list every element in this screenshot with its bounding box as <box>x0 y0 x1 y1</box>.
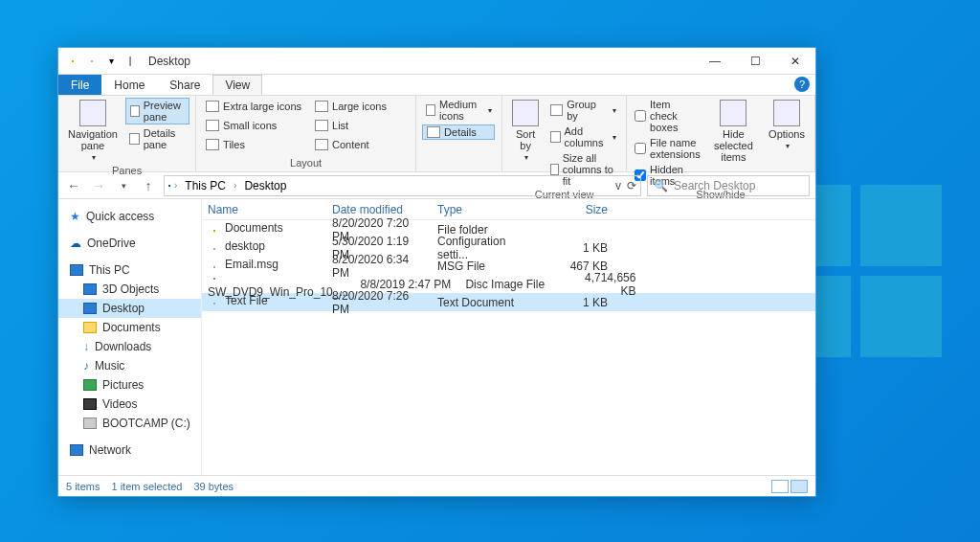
status-item-count: 5 items <box>66 481 100 492</box>
layout-large-icons[interactable]: Large icons <box>311 98 390 115</box>
address-bar: ← → ▾ ↑ › This PC › Desktop v ⟳ 🔍 Search… <box>58 172 815 199</box>
ribbon-group-layout: Extra large icons Large icons Small icon… <box>196 96 416 171</box>
star-icon: ★ <box>70 210 80 223</box>
disk-icon <box>83 418 97 429</box>
chevron-right-icon[interactable]: › <box>174 180 177 191</box>
preview-pane-button[interactable]: Preview pane <box>125 98 189 124</box>
file-size: 1 KB <box>537 296 613 309</box>
tab-view[interactable]: View <box>212 75 262 95</box>
layout-small-icons[interactable]: Small icons <box>202 117 305 134</box>
file-type: MSG File <box>432 260 537 273</box>
file-row[interactable]: Text File8/20/2020 7:26 PMText Document1… <box>202 293 815 311</box>
file-size: 1 KB <box>537 241 613 255</box>
search-input[interactable]: 🔍 Search Desktop <box>647 175 810 196</box>
sort-by-button[interactable]: Sort by▾ <box>508 98 543 164</box>
view-switch-large-icon[interactable] <box>791 480 808 493</box>
qat-btn[interactable] <box>83 53 100 70</box>
status-selected-count: 1 item selected <box>111 481 182 492</box>
layout-extra-large-icons[interactable]: Extra large icons <box>202 98 305 115</box>
file-size: 4,714,656 KB <box>565 271 641 298</box>
sidebar-item-3d-objects[interactable]: 3D Objects <box>58 280 201 299</box>
file-date: 8/20/2020 7:26 PM <box>326 289 432 316</box>
layout-tiles[interactable]: Tiles <box>202 136 305 153</box>
add-columns-button[interactable]: Add columns▾ <box>546 124 620 149</box>
file-name-extensions-checkbox[interactable]: File name extensions <box>633 136 702 161</box>
sidebar-item-desktop[interactable]: Desktop <box>58 299 201 318</box>
sidebar-item-onedrive[interactable]: ☁OneDrive <box>58 234 201 253</box>
3d-icon <box>83 283 97 295</box>
layout-medium-icons[interactable]: Medium icons▾ <box>422 98 496 123</box>
column-header-size[interactable]: Size <box>537 203 613 216</box>
breadcrumb-desktop[interactable]: Desktop <box>240 179 290 192</box>
desktop-icon <box>83 303 97 314</box>
sidebar-item-bootcamp[interactable]: BOOTCAMP (C:) <box>58 414 201 433</box>
sidebar-item-network[interactable]: Network <box>58 440 201 460</box>
tab-home[interactable]: Home <box>101 75 157 95</box>
hide-selected-items-button[interactable]: Hide selected items <box>706 98 761 165</box>
network-icon <box>70 444 83 456</box>
titlebar[interactable]: ▾ | Desktop — ☐ ✕ <box>58 48 815 75</box>
file-row[interactable]: SW_DVD9_Win_Pro_10_...8/8/2019 2:47 PMDi… <box>202 275 815 293</box>
group-by-button[interactable]: Group by▾ <box>546 98 620 123</box>
ribbon: Navigation pane▾ Preview pane Details pa… <box>58 96 815 172</box>
nav-recent-dropdown[interactable]: ▾ <box>114 176 133 195</box>
folder-icon <box>83 322 97 333</box>
column-headers: Name Date modified Type Size <box>202 199 815 220</box>
status-bar: 5 items 1 item selected 39 bytes <box>58 475 815 496</box>
status-bytes: 39 bytes <box>193 481 234 492</box>
view-switch-details-icon[interactable] <box>771 480 789 493</box>
column-header-type[interactable]: Type <box>432 203 537 216</box>
qat-divider: | <box>122 53 139 70</box>
layout-details[interactable]: Details <box>422 124 495 140</box>
file-icon <box>213 248 215 250</box>
tab-share[interactable]: Share <box>157 75 212 95</box>
close-button[interactable]: ✕ <box>775 48 815 75</box>
ribbon-group-show-hide: Item check boxes File name extensions Hi… <box>627 96 815 171</box>
sidebar-item-documents[interactable]: Documents <box>58 318 201 337</box>
file-row[interactable]: desktop5/30/2020 1:19 PMConfiguration se… <box>202 238 815 257</box>
details-pane-button[interactable]: Details pane <box>125 126 189 151</box>
file-name: Text File <box>225 294 268 307</box>
layout-content[interactable]: Content <box>311 136 390 153</box>
sidebar-item-quick-access[interactable]: ★Quick access <box>58 207 201 226</box>
tab-file[interactable]: File <box>58 75 101 95</box>
refresh-button[interactable]: ⟳ <box>627 179 636 192</box>
ribbon-group-panes: Navigation pane▾ Preview pane Details pa… <box>58 96 196 171</box>
quick-access-toolbar: ▾ | <box>64 53 139 70</box>
download-icon: ↓ <box>83 340 89 353</box>
file-explorer-window: ▾ | Desktop — ☐ ✕ File Home Share View ?… <box>57 47 816 497</box>
nav-back-button[interactable]: ← <box>64 176 83 195</box>
window-title: Desktop <box>148 55 190 68</box>
file-type: Text Document <box>432 296 537 309</box>
breadcrumb-this-pc[interactable]: This PC <box>181 179 230 192</box>
navigation-tree: ★Quick access ☁OneDrive This PC 3D Objec… <box>58 199 202 475</box>
sidebar-item-music[interactable]: ♪Music <box>58 356 201 375</box>
cloud-icon: ☁ <box>70 237 81 250</box>
address-field[interactable]: › This PC › Desktop v ⟳ <box>164 175 641 196</box>
sidebar-item-pictures[interactable]: Pictures <box>58 375 201 395</box>
nav-forward-button[interactable]: → <box>89 176 108 195</box>
layout-list[interactable]: List <box>311 117 390 134</box>
disk-icon <box>213 278 215 280</box>
column-header-date[interactable]: Date modified <box>326 203 432 216</box>
file-list: Name Date modified Type Size Documents8/… <box>202 199 815 475</box>
folder-icon[interactable] <box>64 53 81 70</box>
help-icon[interactable]: ? <box>794 77 810 92</box>
navigation-pane-button[interactable]: Navigation pane▾ <box>64 98 122 164</box>
sidebar-item-videos[interactable]: Videos <box>58 395 201 414</box>
file-type: Disc Image File <box>459 278 565 291</box>
options-button[interactable]: Options▾ <box>765 98 809 152</box>
maximize-button[interactable]: ☐ <box>735 48 775 75</box>
sidebar-item-downloads[interactable]: ↓Downloads <box>58 337 201 356</box>
column-header-name[interactable]: Name <box>202 203 326 216</box>
sidebar-item-this-pc[interactable]: This PC <box>58 260 201 280</box>
item-check-boxes-checkbox[interactable]: Item check boxes <box>633 98 702 134</box>
minimize-button[interactable]: — <box>695 48 735 75</box>
chevron-right-icon[interactable]: › <box>234 180 236 191</box>
qat-dropdown-icon[interactable]: ▾ <box>102 53 120 70</box>
nav-up-button[interactable]: ↑ <box>139 176 158 195</box>
address-dropdown-icon[interactable]: v <box>615 179 621 192</box>
ribbon-group-layout2: Medium icons▾ Details <box>416 96 502 171</box>
file-icon <box>213 303 215 305</box>
search-icon: 🔍 <box>654 179 668 192</box>
